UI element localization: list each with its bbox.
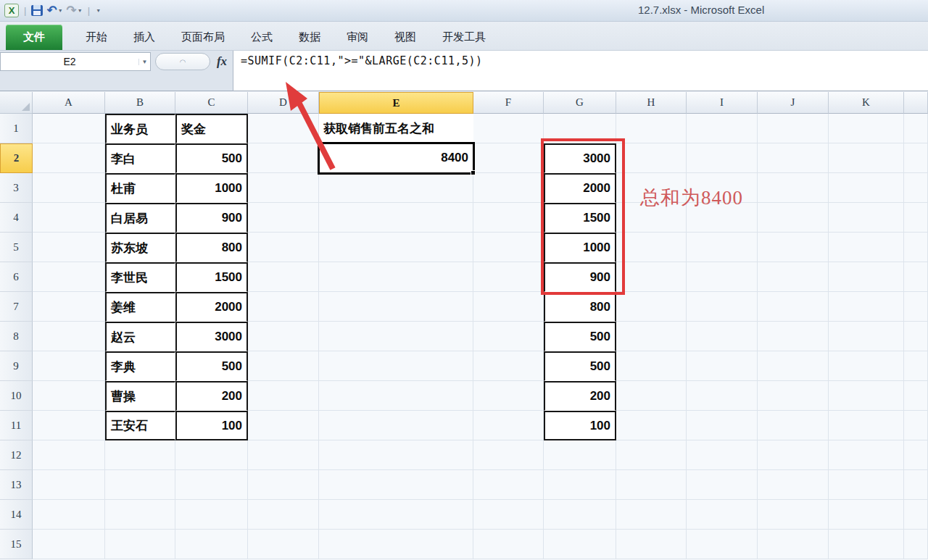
column-header-D[interactable]: D xyxy=(248,92,319,114)
cell-J10[interactable] xyxy=(758,381,829,411)
column-header-A[interactable]: A xyxy=(33,92,105,114)
cell-E2[interactable]: 8400 xyxy=(319,143,473,173)
cell-H1[interactable] xyxy=(616,114,687,143)
cell-B13[interactable] xyxy=(105,470,175,500)
cell-C12[interactable] xyxy=(175,440,248,470)
column-header-E[interactable]: E xyxy=(319,92,473,114)
cell-G8[interactable]: 500 xyxy=(544,322,616,351)
cell-D9[interactable] xyxy=(248,351,319,381)
cell-B1[interactable]: 业务员 xyxy=(105,114,175,143)
cell-E14[interactable] xyxy=(319,500,473,530)
cell-J3[interactable] xyxy=(758,173,829,203)
cell-x2[interactable] xyxy=(904,143,928,173)
cell-F7[interactable] xyxy=(473,292,544,322)
cell-J4[interactable] xyxy=(758,203,829,233)
cell-A7[interactable] xyxy=(33,292,105,322)
cell-H11[interactable] xyxy=(616,411,687,440)
cell-x11[interactable] xyxy=(904,411,928,440)
cell-F13[interactable] xyxy=(473,470,544,500)
tab-developer[interactable]: 开发工具 xyxy=(429,25,499,50)
cell-H6[interactable] xyxy=(616,262,687,292)
cell-J14[interactable] xyxy=(758,500,829,530)
cell-B3[interactable]: 杜甫 xyxy=(105,173,175,203)
cell-F6[interactable] xyxy=(473,262,544,292)
formula-input[interactable]: =SUMIF(C2:C11,">="&LARGE(C2:C11,5)) xyxy=(233,51,928,91)
cell-D4[interactable] xyxy=(248,203,319,233)
cell-F11[interactable] xyxy=(473,411,544,440)
column-header-K[interactable]: K xyxy=(829,92,904,114)
select-all-corner[interactable] xyxy=(0,92,33,114)
column-header-G[interactable]: G xyxy=(544,92,616,114)
cell-C1[interactable]: 奖金 xyxy=(175,114,248,143)
cell-x15[interactable] xyxy=(904,530,928,559)
cell-A15[interactable] xyxy=(33,530,105,559)
cell-D14[interactable] xyxy=(248,500,319,530)
row-header-5[interactable]: 5 xyxy=(0,233,33,262)
excel-logo-icon[interactable]: X xyxy=(4,4,19,17)
cell-K1[interactable] xyxy=(829,114,904,143)
cell-G6[interactable]: 900 xyxy=(544,262,616,292)
row-header-7[interactable]: 7 xyxy=(0,292,33,322)
cell-G5[interactable]: 1000 xyxy=(544,233,616,262)
cell-F14[interactable] xyxy=(473,500,544,530)
cell-K6[interactable] xyxy=(829,262,904,292)
row-header-12[interactable]: 12 xyxy=(0,440,33,470)
cell-G14[interactable] xyxy=(544,500,616,530)
cell-K2[interactable] xyxy=(829,143,904,173)
cell-J8[interactable] xyxy=(758,322,829,351)
cell-K3[interactable] xyxy=(829,173,904,203)
cell-H14[interactable] xyxy=(616,500,687,530)
cell-A10[interactable] xyxy=(33,381,105,411)
save-button[interactable] xyxy=(31,5,43,16)
cell-A6[interactable] xyxy=(33,262,105,292)
cell-H15[interactable] xyxy=(616,530,687,559)
cell-D11[interactable] xyxy=(248,411,319,440)
cell-I9[interactable] xyxy=(687,351,758,381)
cell-C3[interactable]: 1000 xyxy=(175,173,248,203)
cell-C4[interactable]: 900 xyxy=(175,203,248,233)
cell-E7[interactable] xyxy=(319,292,473,322)
row-header-10[interactable]: 10 xyxy=(0,381,33,411)
row-header-2[interactable]: 2 xyxy=(0,143,33,173)
cell-C2[interactable]: 500 xyxy=(175,143,248,173)
tab-formulas[interactable]: 公式 xyxy=(238,25,286,50)
fill-handle[interactable] xyxy=(471,170,476,175)
cell-J6[interactable] xyxy=(758,262,829,292)
cell-A5[interactable] xyxy=(33,233,105,262)
cell-H8[interactable] xyxy=(616,322,687,351)
cell-D12[interactable] xyxy=(248,440,319,470)
cell-F1[interactable] xyxy=(473,114,544,143)
cell-G9[interactable]: 500 xyxy=(544,351,616,381)
cell-D1[interactable] xyxy=(248,114,319,143)
cell-I8[interactable] xyxy=(687,322,758,351)
cell-G1[interactable] xyxy=(544,114,616,143)
cell-I13[interactable] xyxy=(687,470,758,500)
cell-G3[interactable]: 2000 xyxy=(544,173,616,203)
cell-F12[interactable] xyxy=(473,440,544,470)
cell-E9[interactable] xyxy=(319,351,473,381)
cell-x6[interactable] xyxy=(904,262,928,292)
undo-button[interactable]: ↶ ▼ xyxy=(46,6,62,16)
cell-x5[interactable] xyxy=(904,233,928,262)
cell-C7[interactable]: 2000 xyxy=(175,292,248,322)
cell-A4[interactable] xyxy=(33,203,105,233)
cell-K15[interactable] xyxy=(829,530,904,559)
cell-J2[interactable] xyxy=(758,143,829,173)
column-header-J[interactable]: J xyxy=(758,92,829,114)
tab-file[interactable]: 文件 xyxy=(6,25,62,50)
cell-B15[interactable] xyxy=(105,530,175,559)
cell-B9[interactable]: 李典 xyxy=(105,351,175,381)
cell-B5[interactable]: 苏东坡 xyxy=(105,233,175,262)
cell-B11[interactable]: 王安石 xyxy=(105,411,175,440)
cell-I6[interactable] xyxy=(687,262,758,292)
cell-C11[interactable]: 100 xyxy=(175,411,248,440)
cell-C15[interactable] xyxy=(175,530,248,559)
cell-C13[interactable] xyxy=(175,470,248,500)
cell-F15[interactable] xyxy=(473,530,544,559)
cell-x14[interactable] xyxy=(904,500,928,530)
row-header-8[interactable]: 8 xyxy=(0,322,33,351)
cell-C10[interactable]: 200 xyxy=(175,381,248,411)
cell-J12[interactable] xyxy=(758,440,829,470)
row-header-13[interactable]: 13 xyxy=(0,470,33,500)
tab-data[interactable]: 数据 xyxy=(286,25,334,50)
